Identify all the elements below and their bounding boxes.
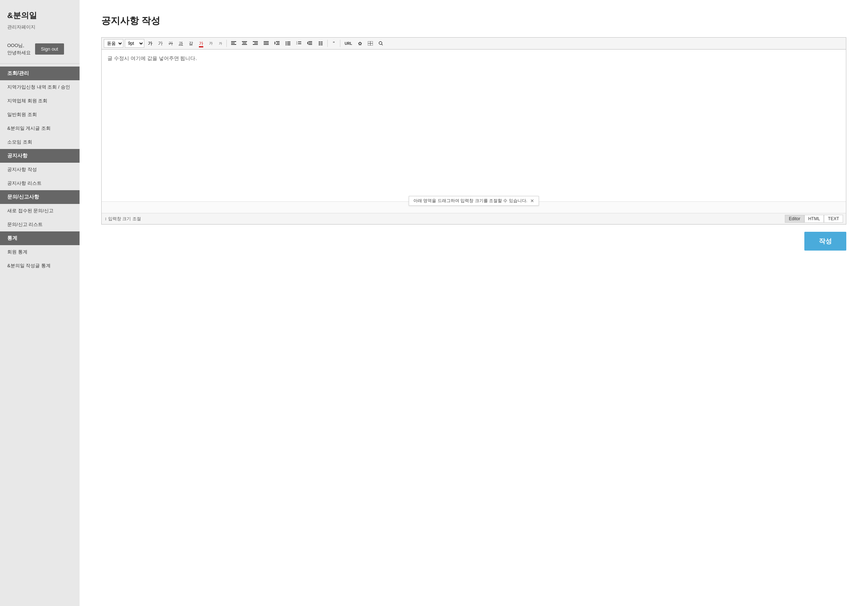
ordered-list-button[interactable]: 1.2. bbox=[294, 39, 304, 48]
svg-point-39 bbox=[379, 42, 382, 45]
svg-rect-17 bbox=[287, 42, 290, 42]
italic-button[interactable]: 가 bbox=[156, 39, 165, 48]
submit-button[interactable]: 작성 bbox=[804, 232, 846, 251]
resize-tooltip-text: 아래 영역을 드래그하여 입력창 크기를 조절할 수 있습니다. bbox=[413, 198, 527, 204]
svg-rect-14 bbox=[276, 44, 280, 45]
user-info: OOO님,안녕하세요 Sign out bbox=[0, 37, 79, 60]
font-size-down-button[interactable]: 가 bbox=[216, 39, 224, 48]
svg-rect-34 bbox=[319, 45, 321, 45]
sidebar-item-notice-write[interactable]: 공지사항 작성 bbox=[0, 163, 79, 177]
align-right-button[interactable] bbox=[251, 39, 260, 48]
bold-button[interactable]: 가 bbox=[146, 39, 154, 48]
resize-tooltip: 아래 영역을 드래그하여 입력창 크기를 조절할 수 있습니다. ✕ bbox=[409, 196, 539, 206]
svg-rect-5 bbox=[242, 44, 247, 45]
tab-editor[interactable]: Editor bbox=[785, 215, 804, 223]
svg-rect-35 bbox=[321, 45, 322, 45]
tab-text[interactable]: TEXT bbox=[824, 215, 843, 223]
underline-button[interactable]: 과 bbox=[177, 39, 185, 48]
sidebar-item-meetup[interactable]: 소모임 조회 bbox=[0, 135, 79, 149]
svg-rect-23 bbox=[298, 42, 301, 42]
svg-rect-11 bbox=[264, 44, 269, 45]
sidebar-divider-1 bbox=[0, 63, 79, 64]
sidebar-item-region-signup[interactable]: 지역가입신청 내역 조회 / 승인 bbox=[0, 80, 79, 94]
link-button[interactable]: URL bbox=[343, 39, 355, 48]
section-header-inquiry: 문의/신고사항 bbox=[0, 190, 79, 204]
user-greeting: OOO님,안녕하세요 bbox=[7, 42, 31, 56]
justify-button[interactable] bbox=[262, 39, 271, 48]
font-size-up-button[interactable]: 가 bbox=[207, 39, 215, 48]
sidebar-item-inquiry-list[interactable]: 문의/신고 리스트 bbox=[0, 218, 79, 231]
svg-rect-31 bbox=[321, 42, 322, 42]
svg-marker-15 bbox=[274, 41, 276, 45]
table-button[interactable] bbox=[366, 39, 375, 48]
search-button[interactable] bbox=[377, 39, 385, 48]
editor-footer: ↕ 입력창 크기 조절 Editor HTML TEXT bbox=[102, 213, 846, 224]
blockquote-button[interactable]: " bbox=[330, 39, 338, 48]
resize-tooltip-close[interactable]: ✕ bbox=[530, 198, 534, 203]
tab-html[interactable]: HTML bbox=[804, 215, 824, 223]
svg-rect-4 bbox=[243, 43, 246, 43]
resize-icon: ↕ bbox=[104, 216, 107, 221]
special-char-button[interactable]: ✿ bbox=[356, 39, 364, 48]
svg-point-16 bbox=[286, 42, 287, 43]
svg-rect-28 bbox=[308, 44, 312, 45]
separator-2 bbox=[327, 40, 328, 47]
sidebar-item-post-stats[interactable]: &분의일 작성글 통계 bbox=[0, 259, 79, 273]
editor-container: 돋움 굴림 바탕 9pt 10pt 12pt 14pt 가 가 가 과 갈 가 bbox=[101, 37, 846, 225]
svg-marker-29 bbox=[307, 41, 308, 45]
svg-rect-26 bbox=[308, 41, 312, 42]
svg-point-18 bbox=[286, 43, 287, 44]
svg-rect-8 bbox=[253, 44, 258, 45]
svg-rect-30 bbox=[319, 42, 321, 42]
shadow-button[interactable]: 갈 bbox=[187, 39, 195, 48]
svg-rect-3 bbox=[242, 41, 247, 42]
separator-1 bbox=[226, 40, 227, 47]
app-title: &분의일 bbox=[0, 0, 79, 24]
sidebar-item-region-member[interactable]: 지역업체 회원 조회 bbox=[0, 94, 79, 108]
svg-rect-33 bbox=[321, 43, 322, 44]
sidebar-item-notice-list[interactable]: 공지사항 리스트 bbox=[0, 177, 79, 190]
svg-rect-27 bbox=[308, 43, 312, 43]
align-center-button[interactable] bbox=[240, 39, 249, 48]
editor-body[interactable]: 글 수정시 여기에 값을 넣어주면 됩니다. bbox=[102, 50, 846, 201]
section-header-notice: 공지사항 bbox=[0, 149, 79, 163]
main-content: 공지사항 작성 돋움 굴림 바탕 9pt 10pt 12pt 14pt 가 가 … bbox=[79, 0, 868, 606]
align-left-button[interactable] bbox=[229, 39, 238, 48]
svg-rect-2 bbox=[231, 44, 236, 45]
svg-rect-1 bbox=[231, 43, 235, 43]
sidebar-item-member-stats[interactable]: 회원 통계 bbox=[0, 245, 79, 259]
svg-rect-6 bbox=[253, 41, 258, 42]
section-header-stats: 통계 bbox=[0, 231, 79, 245]
svg-rect-25 bbox=[298, 43, 301, 44]
strike-button[interactable]: 가 bbox=[166, 39, 175, 48]
color-button[interactable]: 가 bbox=[197, 39, 205, 48]
resize-label-text: 입력창 크기 조절 bbox=[108, 216, 141, 222]
indent-button[interactable] bbox=[272, 39, 282, 48]
editor-toolbar: 돋움 굴림 바탕 9pt 10pt 12pt 14pt 가 가 가 과 갈 가 bbox=[102, 37, 846, 50]
svg-point-20 bbox=[286, 45, 287, 46]
indent-right-button[interactable] bbox=[316, 39, 325, 48]
page-title: 공지사항 작성 bbox=[101, 14, 846, 27]
svg-rect-19 bbox=[287, 43, 290, 44]
svg-rect-32 bbox=[319, 43, 321, 44]
outdent-button[interactable] bbox=[305, 39, 314, 48]
svg-rect-9 bbox=[264, 41, 269, 42]
svg-rect-0 bbox=[231, 41, 236, 42]
resize-area[interactable]: 아래 영역을 드래그하여 입력창 크기를 조절할 수 있습니다. ✕ bbox=[102, 201, 846, 213]
editor-placeholder: 글 수정시 여기에 값을 넣어주면 됩니다. bbox=[107, 55, 197, 61]
section-header-manage: 조회/관리 bbox=[0, 67, 79, 80]
svg-rect-13 bbox=[277, 43, 280, 43]
svg-line-40 bbox=[381, 44, 383, 45]
app-subtitle: 관리자페이지 bbox=[0, 24, 79, 37]
sidebar-item-general-member[interactable]: 일반회원 조회 bbox=[0, 108, 79, 121]
svg-rect-12 bbox=[276, 41, 280, 42]
unordered-list-button[interactable] bbox=[283, 39, 293, 48]
sidebar-item-new-inquiry[interactable]: 새로 접수된 문의/신고 bbox=[0, 204, 79, 218]
font-size-select[interactable]: 9pt 10pt 12pt 14pt bbox=[125, 39, 144, 48]
font-family-select[interactable]: 돋움 굴림 바탕 bbox=[104, 39, 123, 48]
resize-label[interactable]: ↕ 입력창 크기 조절 bbox=[104, 216, 141, 222]
svg-rect-10 bbox=[264, 43, 269, 43]
svg-rect-21 bbox=[287, 45, 290, 45]
sign-out-button[interactable]: Sign out bbox=[35, 43, 64, 54]
sidebar-item-posts[interactable]: &분의일 게시글 조회 bbox=[0, 121, 79, 135]
